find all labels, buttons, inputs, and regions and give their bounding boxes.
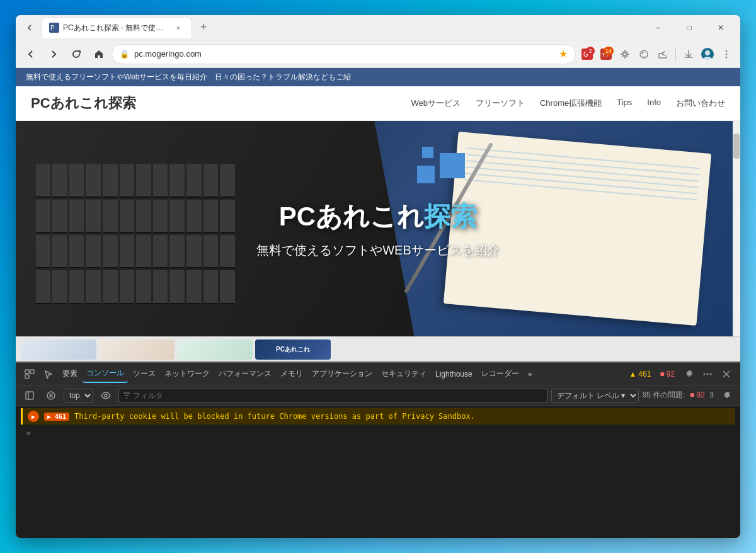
issues-text: 95 件の問題: ■ 92 3 [643,390,714,401]
devtools-tab-network[interactable]: ネットワーク [161,365,214,383]
devtools-tab-console[interactable]: コンソール [83,365,128,383]
hero-text-overlay: PCあれこれ探索 無料で使えるソフトやWEBサービスを紹介 [256,199,500,259]
key [169,200,185,233]
bookmark-icon[interactable]: ★ [559,48,568,60]
more-button[interactable] [718,45,735,63]
key [69,270,84,304]
close-button[interactable]: ✕ [706,18,735,37]
devtools-tab-security[interactable]: セキュリティ [377,365,430,383]
address-bar[interactable]: 🔒 pc.mogeringo.com ★ [112,44,576,64]
thumbnail-2[interactable] [99,339,175,360]
key [153,200,168,233]
svg-point-17 [707,373,709,375]
extension-2-badge: 14 [604,47,614,55]
tab-scroll-left[interactable] [21,19,38,37]
key [136,270,151,304]
devtools-inspect-button[interactable] [21,365,38,383]
devtools-more-tabs-button[interactable]: » [524,365,536,383]
home-button[interactable] [89,44,109,64]
extension-3-button[interactable] [616,45,634,63]
key [186,200,202,233]
devtools-level-select[interactable]: デフォルト レベル ▾ [551,389,639,402]
tab-close-button[interactable]: × [173,22,184,33]
svg-rect-19 [26,392,33,399]
notebook-line [467,147,699,169]
devtools-sidebar-toggle[interactable] [21,387,38,404]
extension-2-button[interactable]: YT 14 [597,45,615,63]
key [103,164,118,197]
nav-divider [675,48,676,60]
refresh-button[interactable] [66,44,86,64]
console-prompt[interactable]: > [21,426,735,440]
key [103,270,118,304]
key [136,235,151,268]
extension-4-button[interactable] [635,45,653,63]
svg-point-21 [105,394,107,397]
console-filter-input[interactable] [133,389,543,402]
key [36,270,51,304]
site-topbar: 無料で使えるフリーソフトやWebサービスを毎日紹介 日々の困った？トラブル解決な… [16,68,740,86]
back-button[interactable] [21,44,41,64]
devtools-tab-sources[interactable]: ソース [129,365,159,383]
devtools-context-select[interactable]: top [64,389,93,402]
download-button[interactable] [680,45,697,63]
key [52,200,67,233]
thumbnail-3[interactable] [177,339,253,360]
nav-contact[interactable]: お問い合わせ [676,98,725,109]
nav-chrome-ext[interactable]: Chrome拡張機能 [540,98,602,109]
thumbnail-1[interactable] [21,339,96,360]
devtools-close-button[interactable] [718,365,735,383]
devtools-element-pick-button[interactable] [40,365,57,383]
svg-point-8 [705,50,710,55]
title-bar: P PCあれこれ探索 - 無料で使えるフ… × + − □ ✕ [16,15,740,40]
svg-point-16 [704,373,706,375]
console-warning-row[interactable]: ▶ ▶ 461 Third-party cookie will be block… [21,408,735,425]
devtools-secondary-bar: top デフォルト レベル ▾ [16,385,740,406]
site-logo[interactable]: PCあれこれ探索 [31,94,136,113]
key [86,235,101,268]
key [52,270,67,304]
nav-free-soft[interactable]: フリーソフト [476,98,525,109]
key [120,164,135,197]
tab-favicon: P [49,23,59,33]
tab-strip: P PCあれこれ探索 - 無料で使えるフ… × + [21,15,643,40]
devtools-tab-application[interactable]: アプリケーション [308,365,376,383]
key [220,164,235,197]
nav-web-services[interactable]: Webサービス [411,98,461,109]
devtools-tab-memory[interactable]: メモリ [277,365,307,383]
forward-button[interactable] [43,44,64,64]
minimize-button[interactable]: − [643,18,672,37]
maximize-button[interactable]: □ [675,18,704,37]
devtools-issues-settings[interactable] [718,387,735,404]
blue-square-medium [417,166,435,183]
extension-1-button[interactable]: G 2 [578,45,596,63]
key [36,200,51,233]
devtools-clear-button[interactable] [42,387,60,404]
scrollbar-thumb[interactable] [733,134,740,159]
devtools-tab-recorder[interactable]: レコーダー [478,365,523,383]
key [120,270,135,304]
active-tab[interactable]: P PCあれこれ探索 - 無料で使えるフ… × [41,17,192,38]
thumbnail-4[interactable]: PCあれこれ [255,339,331,360]
devtools-tab-performance[interactable]: パフォーマンス [215,365,275,383]
devtools-tab-lighthouse[interactable]: Lighthouse [432,365,476,383]
extension-buttons: G 2 YT 14 [578,45,735,63]
devtools-tab-elements[interactable]: 要素 [59,365,81,383]
devtools-settings-button[interactable] [680,365,697,383]
new-tab-button[interactable]: + [195,19,212,37]
devtools-more-button[interactable] [699,365,716,383]
key [169,235,185,268]
devtools-eye-button[interactable] [97,387,115,404]
devtools-warning-count[interactable]: ▲ 461 [625,365,655,383]
key [52,164,67,197]
key [136,164,151,197]
nav-tips[interactable]: Tips [617,98,632,109]
share-button[interactable] [654,45,672,63]
profile-button[interactable] [699,45,716,63]
nav-info[interactable]: Info [647,98,661,109]
key [86,164,101,197]
devtools-error-count[interactable]: ■ 92 [656,365,679,383]
website-frame: 無料で使えるフリーソフトやWebサービスを毎日紹介 日々の困った？トラブル解決な… [16,68,740,362]
scrollbar-track[interactable] [733,121,740,336]
key [186,270,202,304]
